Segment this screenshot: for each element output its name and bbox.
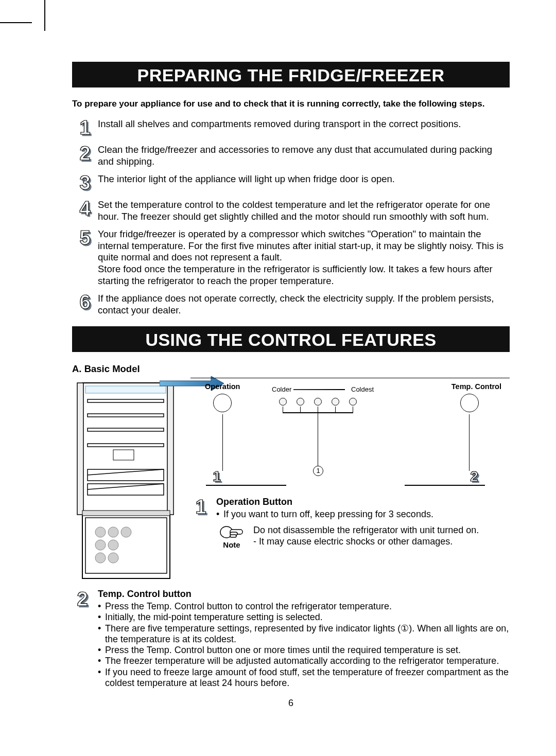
crop-mark-vertical: [44, 0, 45, 31]
svg-point-20: [95, 553, 106, 563]
step-number-icon: 55: [75, 227, 95, 248]
indicator-ref-icon: 1: [313, 466, 323, 476]
indicator-dot: [279, 398, 287, 406]
step-4: 44 Set the temperature control to the co…: [72, 198, 510, 222]
svg-rect-8: [113, 450, 134, 460]
note-line: Do not disassemble the refrigerator with…: [253, 525, 510, 536]
feature-number-icon: 11: [190, 497, 211, 517]
temp-control-button-illustration: [460, 394, 479, 412]
colder-label: Colder: [272, 385, 291, 393]
f2-bullet: Press the Temp. Control button one or mo…: [105, 645, 461, 656]
indicator-dot: [349, 398, 357, 406]
svg-rect-1: [77, 383, 83, 515]
indicator-dot: [314, 398, 322, 406]
feature-operation-button: 11 Operation Button • If you want to tur…: [190, 497, 510, 549]
callout-2-icon: 22: [466, 469, 482, 484]
feature1-title: Operation Button: [216, 497, 510, 507]
step-6-text: If the appliance does not operate correc…: [98, 292, 510, 316]
step-number-icon: 44: [75, 198, 95, 219]
callout-1-icon: 11: [209, 469, 224, 484]
step-number-icon: 11: [75, 117, 95, 138]
feature-temp-control: 22 Temp. Control button • Press the Temp…: [72, 589, 510, 689]
crop-mark-horizontal: [0, 22, 32, 23]
intro-text: To prepare your appliance for use and to…: [72, 99, 510, 109]
fridge-illustration: [72, 378, 185, 586]
svg-rect-6: [88, 428, 164, 431]
svg-rect-2: [167, 383, 173, 515]
operation-label: Operation: [205, 382, 240, 391]
note-block: Note Do not disassemble the refrigerator…: [216, 525, 510, 549]
indicator-dot: [297, 398, 304, 406]
feature1-bullet: If you want to turn off, keep pressing f…: [223, 509, 433, 520]
svg-point-17: [121, 527, 131, 537]
feature2-title: Temp. Control button: [98, 589, 510, 600]
step-2-text: Clean the fridge/freezer and accessories…: [98, 143, 510, 167]
svg-rect-5: [88, 414, 164, 417]
f2-bullet: If you need to freeze large amount of fo…: [105, 667, 510, 689]
page-number: 6: [72, 698, 510, 709]
basic-model-title: A. Basic Model: [72, 363, 510, 375]
heading-control-features: USING THE CONTROL FEATURES: [72, 326, 510, 352]
step-5-text: Your fridge/freezer is operated by a com…: [98, 227, 510, 287]
step-number-icon: 33: [75, 172, 95, 193]
note-line: - It may cause electric shocks or other …: [253, 536, 510, 547]
step-2: 22 Clean the fridge/freezer and accessor…: [72, 143, 510, 167]
step-1-text: Install all shelves and compartments rem…: [98, 117, 510, 130]
feature-number-icon: 22: [72, 589, 93, 609]
step-1: 11 Install all shelves and compartments …: [72, 117, 510, 138]
coldest-label: Coldest: [351, 385, 374, 393]
operation-button-illustration: [213, 394, 232, 412]
step-4-text: Set the temperature control to the colde…: [98, 198, 510, 222]
f2-bullet: Initially, the mid-point temperature set…: [105, 612, 323, 623]
step-number-icon: 66: [75, 292, 95, 312]
step-3-text: The interior light of the appliance will…: [98, 172, 510, 185]
note-label: Note: [216, 540, 247, 549]
step-5: 55 Your fridge/freezer is operated by a …: [72, 227, 510, 287]
heading-preparing: PREPARING THE FRIDGE/FREEZER: [72, 62, 510, 87]
svg-point-19: [108, 540, 118, 550]
svg-rect-4: [88, 399, 164, 402]
step-3: 33 The interior light of the appliance w…: [72, 172, 510, 193]
pointing-hand-icon: [219, 525, 245, 539]
control-panel-diagram: Operation Temp. Control Colder Coldest: [190, 378, 510, 491]
f2-bullet: Press the Temp. Control button to contro…: [105, 601, 392, 612]
svg-rect-26: [230, 535, 236, 537]
f2-bullet: There are five temperature settings, rep…: [105, 623, 510, 645]
f2-bullet: The freezer temperature will be adjusted…: [105, 656, 499, 666]
svg-point-15: [95, 527, 106, 537]
svg-point-21: [108, 553, 118, 563]
svg-rect-3: [85, 386, 166, 393]
svg-rect-7: [88, 444, 164, 447]
svg-point-18: [95, 540, 106, 550]
indicator-dot: [332, 398, 339, 406]
temp-control-label: Temp. Control: [451, 382, 501, 391]
step-6: 66 If the appliance does not operate cor…: [72, 292, 510, 316]
step-number-icon: 22: [75, 143, 95, 164]
svg-point-16: [108, 527, 118, 537]
svg-rect-13: [82, 511, 170, 516]
